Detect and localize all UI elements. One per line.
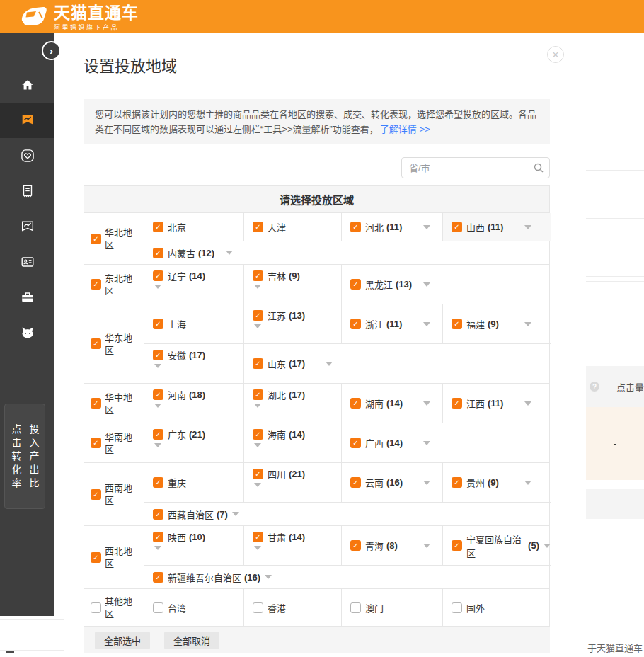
- province-cell[interactable]: ✓河南(18): [144, 384, 244, 423]
- chevron-down-icon[interactable]: [423, 441, 430, 445]
- checkbox[interactable]: ✓: [452, 222, 462, 232]
- province-cell[interactable]: 香港: [244, 589, 342, 626]
- checkbox[interactable]: ✓: [253, 222, 263, 232]
- checkbox[interactable]: ✓: [91, 338, 101, 349]
- checkbox[interactable]: ✓: [153, 319, 163, 329]
- checkbox[interactable]: ✓: [350, 319, 361, 329]
- checkbox[interactable]: [91, 602, 101, 613]
- checkbox[interactable]: ✓: [253, 429, 263, 440]
- province-cell[interactable]: ✓新疆维吾尔自治区(16): [144, 566, 551, 588]
- sidebar-expand-button[interactable]: ›: [42, 41, 61, 60]
- chevron-down-icon[interactable]: [423, 481, 430, 485]
- checkbox[interactable]: ✓: [91, 279, 101, 290]
- checkbox[interactable]: ✓: [153, 270, 163, 281]
- sidebar-item-favorites[interactable]: [0, 138, 54, 173]
- checkbox[interactable]: ✓: [350, 398, 361, 409]
- province-cell[interactable]: ✓四川(21): [244, 463, 342, 502]
- search-input[interactable]: [401, 157, 550, 178]
- chevron-down-icon[interactable]: [423, 225, 430, 229]
- region-group-cell[interactable]: ✓华中地区: [84, 384, 144, 423]
- chevron-down-icon[interactable]: [524, 401, 531, 406]
- checkbox[interactable]: [153, 602, 163, 613]
- chevron-down-icon[interactable]: [524, 481, 531, 485]
- sidebar-item-mascot[interactable]: [0, 315, 54, 350]
- checkbox[interactable]: ✓: [153, 429, 163, 440]
- logo[interactable]: 天猫直通车 阿里妈妈旗下产品: [17, 2, 139, 33]
- checkbox[interactable]: ✓: [253, 310, 263, 321]
- province-cell[interactable]: ✓上海: [144, 304, 244, 343]
- province-cell[interactable]: 国外: [443, 589, 551, 626]
- checkbox[interactable]: ✓: [253, 469, 263, 479]
- checkbox[interactable]: ✓: [153, 509, 163, 520]
- chevron-down-icon[interactable]: [524, 225, 531, 229]
- checkbox[interactable]: ✓: [91, 234, 101, 244]
- checkbox[interactable]: ✓: [153, 350, 163, 360]
- chevron-down-icon[interactable]: [254, 285, 261, 299]
- checkbox[interactable]: ✓: [350, 477, 361, 488]
- province-cell[interactable]: ✓贵州(9): [443, 463, 551, 502]
- region-group-cell[interactable]: ✓西北地区: [84, 526, 144, 588]
- chevron-down-icon[interactable]: [154, 285, 161, 299]
- checkbox[interactable]: [452, 602, 462, 613]
- checkbox[interactable]: ✓: [153, 222, 163, 232]
- checkbox[interactable]: ✓: [350, 540, 361, 551]
- province-cell[interactable]: ✓重庆: [144, 463, 244, 502]
- chevron-down-icon[interactable]: [154, 546, 161, 561]
- province-cell[interactable]: ✓青海(8): [342, 526, 443, 565]
- checkbox[interactable]: ✓: [253, 389, 263, 400]
- province-cell[interactable]: ✓山西(11): [443, 213, 551, 241]
- province-cell[interactable]: ✓宁夏回族自治区(5): [443, 526, 551, 565]
- province-cell[interactable]: ✓湖南(14): [342, 384, 443, 423]
- region-group-cell[interactable]: ✓东北地区: [84, 265, 144, 304]
- chevron-down-icon[interactable]: [265, 575, 272, 579]
- chevron-down-icon[interactable]: [326, 362, 333, 366]
- region-group-cell[interactable]: ✓华北地区: [84, 213, 144, 264]
- region-group-cell[interactable]: ✓华东地区: [84, 304, 144, 383]
- footer-link-about[interactable]: 于天猫直通车: [587, 641, 643, 654]
- checkbox[interactable]: [253, 602, 263, 613]
- chevron-down-icon[interactable]: [423, 401, 430, 406]
- checkbox[interactable]: ✓: [350, 222, 361, 232]
- province-cell[interactable]: ✓北京: [144, 213, 244, 241]
- chevron-down-icon[interactable]: [232, 512, 239, 516]
- province-cell[interactable]: ✓天津: [244, 213, 342, 241]
- checkbox[interactable]: ✓: [253, 532, 263, 542]
- province-cell[interactable]: ✓云南(16): [342, 463, 443, 502]
- checkbox[interactable]: ✓: [91, 552, 101, 563]
- chevron-down-icon[interactable]: [423, 322, 430, 326]
- sidebar-item-account[interactable]: [0, 244, 54, 280]
- province-cell[interactable]: ✓河北(11): [342, 213, 443, 241]
- province-cell[interactable]: ✓广东(21): [144, 423, 244, 462]
- region-group-cell[interactable]: 其他地区: [84, 589, 144, 626]
- province-cell[interactable]: ✓浙江(11): [342, 304, 443, 343]
- checkbox[interactable]: ✓: [253, 358, 263, 369]
- checkbox[interactable]: ✓: [91, 398, 101, 409]
- province-cell[interactable]: ✓江西(11): [443, 384, 551, 423]
- province-cell[interactable]: ✓陕西(10): [144, 526, 244, 565]
- chevron-down-icon[interactable]: [254, 404, 261, 418]
- checkbox[interactable]: ✓: [253, 270, 263, 281]
- checkbox[interactable]: ✓: [452, 477, 462, 488]
- checkbox[interactable]: ✓: [91, 489, 101, 500]
- region-group-cell[interactable]: ✓西南地区: [84, 463, 144, 525]
- search-icon[interactable]: [533, 162, 544, 176]
- checkbox[interactable]: ✓: [153, 532, 163, 542]
- region-group-cell[interactable]: ✓华南地区: [84, 423, 144, 462]
- checkbox[interactable]: ✓: [350, 438, 361, 448]
- chevron-down-icon[interactable]: [254, 443, 261, 458]
- checkbox[interactable]: ✓: [452, 319, 462, 329]
- checkbox[interactable]: ✓: [452, 540, 462, 551]
- province-cell[interactable]: ✓江苏(13): [244, 304, 342, 343]
- checkbox[interactable]: [350, 602, 361, 613]
- sidebar-item-campaign[interactable]: [0, 103, 54, 138]
- sidebar-metrics-panel[interactable]: 点击转化率 投入产出比: [4, 404, 45, 509]
- checkbox[interactable]: ✓: [350, 279, 361, 290]
- province-cell[interactable]: ✓福建(9): [443, 304, 551, 343]
- chevron-down-icon[interactable]: [524, 322, 531, 326]
- sidebar-item-tools[interactable]: [0, 280, 54, 315]
- province-cell[interactable]: 澳门: [342, 589, 443, 626]
- sidebar-item-home[interactable]: [0, 67, 54, 103]
- chevron-down-icon[interactable]: [154, 443, 161, 458]
- chevron-down-icon[interactable]: [544, 544, 551, 548]
- select-all-button[interactable]: 全部选中: [95, 632, 150, 649]
